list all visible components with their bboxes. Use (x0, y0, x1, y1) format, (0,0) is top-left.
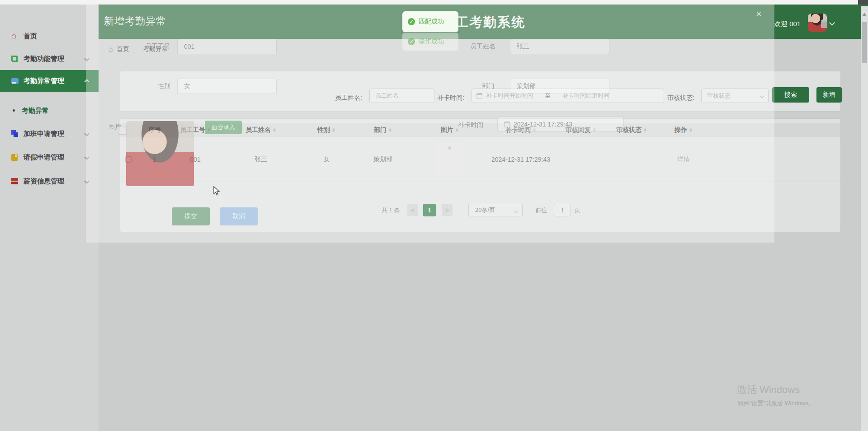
toast-text: 操作成功 (419, 37, 444, 46)
time-label: 补卡时间 (458, 121, 483, 129)
check-circle-icon: ✓ (408, 18, 415, 25)
cancel-button[interactable]: 取消 (220, 207, 258, 225)
scroll-up-arrow[interactable] (862, 13, 867, 16)
sidebar-subitem-attendance-anomaly[interactable]: 考勤异常 (22, 107, 49, 115)
sidebar-item-leave[interactable]: 请假申请管理 (0, 147, 99, 167)
sidebar-item-attendance-anomaly-mgmt[interactable]: 考勤异常管理 (0, 70, 99, 92)
welcome-text: 欢迎 001 (774, 20, 801, 28)
sidebar-item-label: 首页 (24, 32, 37, 41)
gender-label: 性别 (158, 82, 170, 90)
avatar-overlay (821, 20, 827, 28)
submenu-bullet (13, 109, 15, 112)
toast-match-success: ✓ 匹配成功 (402, 11, 458, 32)
emp-no-label: 员工工号 (145, 42, 170, 51)
sidebar-item-label: 考勤异常管理 (24, 77, 64, 85)
mouse-cursor (213, 186, 221, 196)
time-input[interactable]: 2024-12-31 17:29:43 (497, 117, 624, 132)
dept-label: 部门 (482, 82, 495, 90)
browser-strip (0, 0, 868, 5)
dialog-title: 新增考勤异常 (104, 14, 166, 28)
sidebar-item-label: 加班申请管理 (24, 130, 64, 138)
time-value: 2024-12-31 17:29:43 (514, 121, 572, 128)
search-button[interactable]: 搜索 (772, 87, 809, 103)
scrollbar[interactable] (861, 6, 868, 431)
book-icon (11, 78, 19, 84)
calendar-icon (504, 122, 510, 127)
sidebar-item-label: 薪资信息管理 (24, 177, 64, 186)
toast-text: 匹配成功 (419, 18, 444, 26)
overlapping-squares-icon (11, 130, 19, 137)
sidebar-item-label: 考勤功能管理 (24, 55, 64, 63)
emp-name-label: 员工姓名 (470, 42, 495, 51)
add-button[interactable]: 新增 (816, 87, 842, 103)
windows-activation-watermark: 激活 Windows (737, 383, 800, 397)
bars-icon (11, 178, 18, 185)
sidebar-item-salary[interactable]: 薪资信息管理 (0, 171, 99, 191)
check-circle-icon: ✓ (408, 38, 415, 45)
dept-input[interactable]: 策划部 (510, 79, 609, 94)
gender-input[interactable]: 女 (177, 79, 277, 94)
sidebar-item-attendance-functions[interactable]: 考勤功能管理 (0, 49, 99, 69)
photo-upload-box[interactable] (118, 126, 127, 135)
toast-operation-success: ✓ 操作成功 (402, 33, 458, 51)
emp-no-input[interactable]: 001 (177, 39, 277, 54)
sidebar-item-home[interactable]: ⌂ 首页 (0, 26, 99, 46)
dialog-photo (126, 121, 194, 186)
close-icon[interactable]: × (756, 8, 762, 20)
submit-button[interactable]: 提交 (172, 207, 210, 225)
emp-name-input[interactable]: 张三 (510, 39, 609, 54)
sidebar-item-label: 请假申请管理 (24, 153, 64, 162)
scrollbar-thumb[interactable] (862, 22, 867, 63)
crop-icon (11, 56, 17, 61)
windows-activation-watermark-sub: 转到“设置”以激活 Windows。 (738, 399, 814, 408)
document-icon (11, 154, 18, 161)
sidebar: ⌂ 首页 考勤功能管理 考勤异常管理 考勤异常 加班申请管理 请假申请管理 薪资… (0, 5, 99, 431)
home-icon: ⌂ (11, 33, 19, 40)
face-capture-button[interactable]: 面容录入 (205, 121, 242, 134)
sidebar-item-overtime[interactable]: 加班申请管理 (0, 124, 99, 144)
